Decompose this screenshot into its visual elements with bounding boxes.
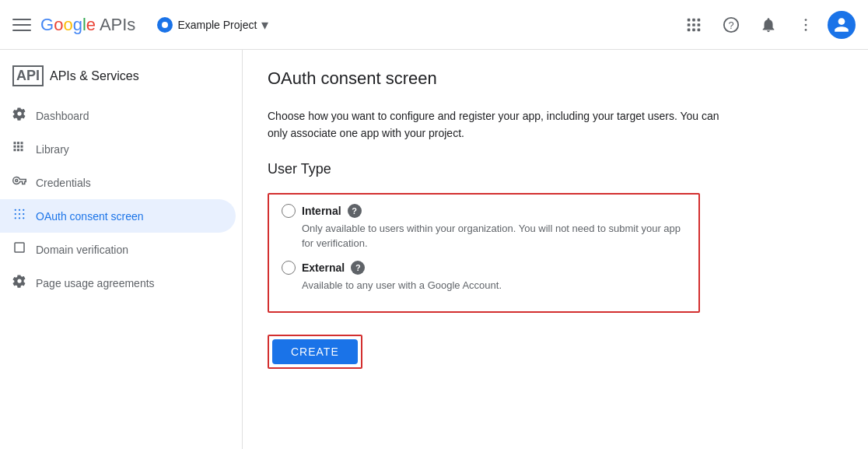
radio-external-label: External — [302, 261, 345, 274]
svg-point-11 — [805, 19, 807, 21]
chevron-down-icon: ▾ — [261, 16, 268, 33]
svg-point-23 — [15, 209, 16, 211]
api-badge: API — [12, 65, 44, 86]
sidebar-item-credentials[interactable]: Credentials — [0, 166, 236, 199]
radio-option-internal: Internal ? Only available to users withi… — [282, 204, 686, 251]
svg-rect-4 — [692, 23, 695, 26]
svg-rect-18 — [17, 146, 19, 148]
svg-rect-3 — [688, 23, 691, 26]
page-title: OAuth consent screen — [268, 68, 843, 89]
svg-rect-8 — [698, 28, 701, 31]
top-nav: Google APIs Example Project ▾ ? — [0, 0, 868, 50]
logo-o1: o — [54, 15, 63, 35]
svg-point-12 — [805, 23, 807, 26]
external-help-icon[interactable]: ? — [351, 261, 365, 275]
nav-left: Google APIs Example Project ▾ — [12, 13, 678, 37]
svg-point-24 — [15, 213, 16, 215]
svg-rect-21 — [17, 149, 19, 152]
sidebar-item-domain-label: Domain verification — [36, 244, 128, 256]
library-icon — [12, 140, 26, 158]
svg-point-31 — [23, 218, 24, 219]
svg-rect-17 — [14, 146, 16, 148]
radio-external-description: Available to any user with a Google Acco… — [282, 278, 686, 293]
svg-rect-0 — [688, 18, 691, 21]
create-button-wrapper: CREATE — [268, 335, 362, 369]
sidebar: API APIs & Services Dashboard Library — [0, 50, 243, 449]
google-apis-logo: Google APIs — [40, 15, 135, 35]
sidebar-header: API APIs & Services — [0, 56, 242, 99]
more-options-button[interactable] — [790, 9, 821, 40]
oauth-icon — [12, 207, 26, 225]
svg-point-13 — [805, 29, 807, 31]
credentials-icon — [12, 174, 26, 191]
svg-rect-1 — [692, 18, 695, 21]
logo-apis: APIs — [96, 15, 135, 35]
project-selector[interactable]: Example Project ▾ — [151, 13, 275, 37]
apps-icon-button[interactable] — [678, 9, 709, 40]
svg-point-30 — [23, 213, 24, 215]
page-usage-icon — [12, 274, 26, 292]
logo-e: e — [86, 15, 96, 35]
notifications-icon-button[interactable] — [753, 9, 784, 40]
user-type-radio-group: Internal ? Only available to users withi… — [268, 193, 700, 314]
help-icon-button[interactable]: ? — [716, 9, 747, 40]
svg-point-27 — [19, 213, 20, 215]
svg-text:?: ? — [728, 19, 733, 30]
sidebar-item-page-usage[interactable]: Page usage agreements — [0, 266, 236, 300]
main-layout: API APIs & Services Dashboard Library — [0, 50, 868, 449]
svg-rect-19 — [21, 146, 23, 148]
project-dot-icon — [157, 17, 173, 33]
sidebar-item-library-label: Library — [36, 143, 69, 156]
radio-external[interactable] — [282, 261, 296, 275]
dashboard-icon — [12, 107, 26, 125]
svg-point-25 — [15, 218, 16, 219]
logo-g: G — [40, 15, 54, 35]
sidebar-item-oauth-label: OAuth consent screen — [36, 210, 144, 223]
user-avatar[interactable] — [828, 11, 856, 39]
domain-icon — [12, 240, 26, 258]
svg-point-29 — [23, 209, 24, 211]
svg-rect-5 — [698, 23, 701, 26]
svg-rect-16 — [21, 142, 23, 145]
sidebar-item-domain[interactable]: Domain verification — [0, 233, 236, 266]
radio-internal-label: Internal — [302, 205, 341, 217]
user-type-section-title: User Type — [268, 161, 843, 177]
description-text: Choose how you want to configure and reg… — [268, 107, 734, 142]
logo-o2: o — [63, 15, 72, 35]
svg-rect-14 — [14, 142, 16, 145]
svg-rect-2 — [698, 18, 701, 21]
svg-rect-15 — [17, 142, 19, 145]
svg-rect-7 — [692, 28, 695, 31]
radio-internal[interactable] — [282, 204, 296, 218]
svg-point-28 — [19, 218, 20, 219]
project-name: Example Project — [177, 19, 257, 31]
sidebar-item-oauth[interactable]: OAuth consent screen — [0, 199, 236, 233]
svg-rect-20 — [14, 149, 16, 152]
radio-label-row-external: External ? — [282, 261, 686, 275]
nav-right: ? — [678, 9, 856, 40]
project-dot-inner — [162, 22, 168, 28]
svg-point-26 — [19, 209, 20, 211]
sidebar-item-credentials-label: Credentials — [36, 177, 91, 189]
sidebar-item-library[interactable]: Library — [0, 132, 236, 166]
sidebar-item-page-usage-label: Page usage agreements — [36, 277, 155, 289]
svg-rect-6 — [688, 28, 691, 31]
logo-g2: g — [73, 15, 82, 35]
hamburger-menu-button[interactable] — [12, 16, 31, 34]
radio-internal-description: Only available to users within your orga… — [282, 221, 686, 251]
create-button[interactable]: CREATE — [272, 339, 358, 364]
main-content: OAuth consent screen Choose how you want… — [243, 50, 868, 449]
sidebar-item-dashboard[interactable]: Dashboard — [0, 99, 236, 132]
sidebar-title: APIs & Services — [50, 69, 139, 83]
sidebar-item-dashboard-label: Dashboard — [36, 110, 89, 122]
radio-label-row-internal: Internal ? — [282, 204, 686, 218]
radio-option-external: External ? Available to any user with a … — [282, 261, 686, 293]
internal-help-icon[interactable]: ? — [348, 204, 362, 218]
svg-rect-22 — [21, 149, 23, 152]
